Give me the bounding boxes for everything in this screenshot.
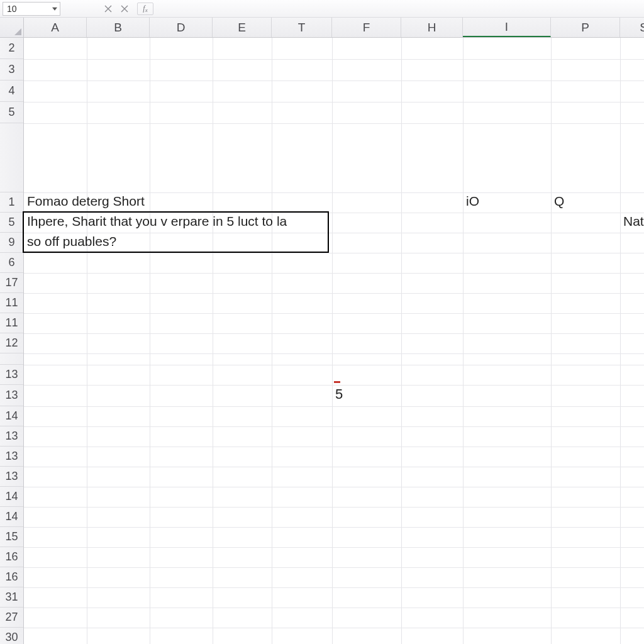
row-header-12[interactable]: 12	[0, 333, 23, 353]
column-header-D[interactable]: D	[150, 18, 213, 37]
cell-F13[interactable]: 5	[332, 385, 357, 404]
row-header-13e[interactable]: 13	[0, 467, 23, 487]
column-headers: ABDETFHIPS	[24, 18, 644, 38]
row-header-31[interactable]: 31	[0, 587, 23, 608]
row-header-1[interactable]: 1	[0, 192, 23, 213]
column-header-F[interactable]: F	[332, 18, 401, 37]
row-header-4[interactable]: 4	[0, 80, 23, 102]
row-header-9[interactable]: 9	[0, 233, 23, 253]
worksheet[interactable]: ABDETFHIPS 23451596171111121313141313131…	[0, 18, 644, 644]
row-headers: 2345159617111112131314131313141415161631…	[0, 38, 24, 644]
row-header-17[interactable]: 17	[0, 273, 23, 293]
column-header-A[interactable]: A	[24, 18, 87, 37]
row-header-gap1	[0, 123, 23, 192]
row-header-gap2	[0, 353, 23, 365]
column-header-H[interactable]: H	[401, 18, 463, 37]
cell-A1[interactable]: Fomao deterg Short	[24, 192, 332, 211]
cell-A9[interactable]: so off puables?	[24, 233, 328, 252]
row-header-14b[interactable]: 14	[0, 487, 23, 507]
row-header-27[interactable]: 27	[0, 608, 23, 628]
row-header-11b[interactable]: 11	[0, 313, 23, 333]
column-header-E[interactable]: E	[213, 18, 272, 37]
row-header-14c[interactable]: 14	[0, 507, 23, 527]
cell-S5[interactable]: Nate V	[620, 213, 644, 231]
row-header-6[interactable]: 6	[0, 253, 23, 273]
cell-P1[interactable]: Q	[551, 192, 589, 211]
column-header-S[interactable]: S	[620, 18, 644, 37]
column-header-T[interactable]: T	[272, 18, 332, 37]
row-header-13b[interactable]: 13	[0, 385, 23, 406]
row-header-13[interactable]: 13	[0, 365, 23, 385]
column-header-P[interactable]: P	[551, 18, 620, 37]
row-header-16b[interactable]: 16	[0, 567, 23, 587]
fx-label: fx	[143, 4, 147, 13]
row-header-14[interactable]: 14	[0, 406, 23, 426]
row-header-11[interactable]: 11	[0, 293, 23, 313]
row-header-30[interactable]: 30	[0, 628, 23, 644]
cell-grid[interactable]: Fomao deterg ShortiOQIhpere, Sharit that…	[24, 38, 644, 644]
cancel-icon[interactable]	[102, 3, 114, 15]
row-header-13c[interactable]: 13	[0, 426, 23, 447]
row-header-15[interactable]: 15	[0, 527, 23, 547]
row-header-5b[interactable]: 5	[0, 213, 23, 233]
formula-bar: 10 fx	[0, 0, 644, 18]
column-header-I[interactable]: I	[463, 18, 551, 37]
row-header-16[interactable]: 16	[0, 547, 23, 567]
row-header-13d[interactable]: 13	[0, 447, 23, 467]
enter-icon[interactable]	[118, 3, 131, 15]
column-header-B[interactable]: B	[87, 18, 150, 37]
name-box-value: 10	[7, 4, 17, 14]
fx-icon[interactable]: fx	[137, 3, 153, 15]
cell-A5[interactable]: Ihpere, Sharit that you v erpare in 5 lu…	[24, 213, 328, 231]
red-marker-icon	[334, 381, 340, 383]
chevron-down-icon[interactable]	[52, 7, 57, 10]
row-header-3[interactable]: 3	[0, 59, 23, 80]
row-header-5[interactable]: 5	[0, 102, 23, 123]
row-header-2[interactable]: 2	[0, 38, 23, 59]
cell-I1[interactable]: iO	[463, 192, 513, 211]
select-all-corner[interactable]	[0, 18, 24, 38]
name-box[interactable]: 10	[3, 2, 60, 16]
